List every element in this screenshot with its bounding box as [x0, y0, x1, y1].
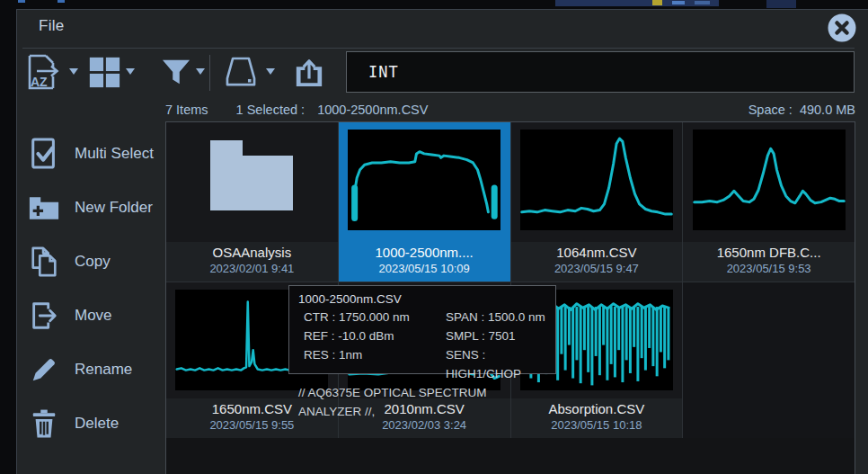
sidebar-label: Copy [75, 253, 111, 271]
filter-icon [161, 58, 191, 86]
move-icon [26, 300, 62, 331]
file-tile[interactable]: 1064nm.CSV 2023/05/15 9:47 [511, 122, 683, 282]
file-date: 2023/05/15 10:09 [339, 262, 510, 275]
file-name: 1650nm DFB.C... [683, 245, 855, 260]
file-date: 2023/02/01 9:41 [166, 262, 338, 275]
sidebar-label: Move [75, 307, 112, 325]
background-window-blue-mark [695, 1, 710, 4]
tooltip-field-span: SPAN : 1500.0 nm [446, 308, 546, 326]
storage-device-button[interactable] [220, 51, 275, 93]
grid-view-icon [87, 55, 121, 89]
space-value: 490.0 MB [800, 103, 855, 117]
file-tile[interactable]: 1000-2500nm.... 2023/05/15 10:09 [339, 122, 510, 282]
file-thumbnail [339, 122, 510, 242]
view-mode-button[interactable] [87, 51, 135, 93]
status-bar: 7 Items 1 Selected : 1000-2500nm.CSV Spa… [165, 100, 855, 120]
tooltip-field-smpl: SMPL : 7501 [446, 326, 546, 345]
caret-down-icon [126, 68, 135, 76]
copy-button[interactable]: Copy [26, 240, 161, 283]
delete-icon [26, 408, 62, 440]
file-thumbnail [511, 122, 683, 242]
file-date: 2023/05/15 9:53 [683, 262, 855, 275]
tooltip-field-ref: REF : -10.0 dBm [304, 326, 446, 345]
empty-grid-cell [683, 282, 855, 438]
background-window-blue-mark [58, 0, 65, 3]
caret-down-icon [266, 68, 275, 76]
background-window-yellow-mark [652, 0, 662, 5]
multi-select-icon [26, 137, 62, 171]
tooltip-field-res: RES : 1nm [304, 345, 446, 383]
file-date: 2023/05/15 9:47 [511, 262, 683, 275]
tooltip-field-sens: SENS : HIGH1/CHOP [446, 345, 546, 383]
sidebar-label: Delete [75, 415, 119, 433]
svg-text:AZ: AZ [31, 75, 48, 89]
storage-device-icon [220, 54, 261, 90]
rename-icon [26, 355, 62, 384]
filter-button[interactable] [161, 51, 205, 93]
sidebar-label: Rename [75, 361, 132, 379]
file-tile[interactable]: 1650nm DFB.C... 2023/05/15 9:53 [683, 122, 855, 282]
toolbar-separator [209, 55, 210, 91]
file-info-tooltip: 1000-2500nm.CSV CTR : 1750.000 nm SPAN :… [288, 285, 556, 374]
file-thumbnail [166, 122, 338, 242]
export-icon [294, 56, 324, 88]
background-window-blue-mark [18, 0, 25, 3]
tooltip-footer: // AQ6375E OPTICAL SPECTRUM ANALYZER //, [298, 383, 546, 421]
spectrum-thumbnail [348, 130, 500, 230]
multi-select-button[interactable]: Multi Select [26, 132, 161, 175]
folder-icon [210, 140, 293, 210]
caret-down-icon [196, 68, 205, 76]
spectrum-thumbnail [693, 130, 846, 230]
tooltip-parameters: CTR : 1750.000 nm SPAN : 1500.0 nm REF :… [304, 308, 546, 383]
free-space: Space : 490.0 MB [748, 103, 855, 117]
space-label: Space : [748, 103, 793, 117]
background-window-blue-mark [672, 1, 685, 4]
file-name: 1064nm.CSV [511, 245, 683, 260]
file-dialog: File AZ [16, 9, 868, 474]
path-input[interactable] [346, 51, 855, 93]
move-button[interactable]: Move [26, 294, 161, 337]
close-button[interactable] [828, 13, 856, 42]
sort-order-button[interactable]: AZ [23, 51, 78, 93]
file-name: 1000-2500nm.... [339, 245, 510, 260]
sort-az-icon: AZ [23, 52, 65, 92]
tooltip-field-ctr: CTR : 1750.000 nm [304, 308, 446, 326]
background-window-edge [766, 0, 796, 8]
selected-file-name: 1000-2500nm.CSV [317, 103, 428, 117]
dialog-title: File [39, 17, 65, 35]
sidebar-label: New Folder [75, 199, 153, 217]
file-tile[interactable]: OSAAnalysis 2023/02/01 9:41 [166, 122, 338, 282]
new-folder-icon [26, 194, 62, 222]
screen: File AZ [0, 0, 868, 474]
selected-count-label: 1 Selected : [236, 103, 306, 117]
export-button[interactable] [294, 51, 324, 93]
rename-button[interactable]: Rename [26, 348, 161, 391]
tooltip-filename: 1000-2500nm.CSV [298, 291, 546, 308]
spectrum-thumbnail [520, 130, 673, 230]
sidebar-label: Multi Select [75, 145, 154, 163]
caret-down-icon [69, 68, 78, 76]
copy-icon [26, 246, 62, 278]
items-count: 7 Items [165, 103, 208, 117]
delete-button[interactable]: Delete [26, 402, 161, 445]
file-thumbnail [683, 122, 855, 242]
new-folder-button[interactable]: New Folder [26, 186, 161, 229]
close-icon [828, 13, 856, 42]
title-separator [22, 48, 855, 49]
file-name: OSAAnalysis [166, 245, 338, 260]
